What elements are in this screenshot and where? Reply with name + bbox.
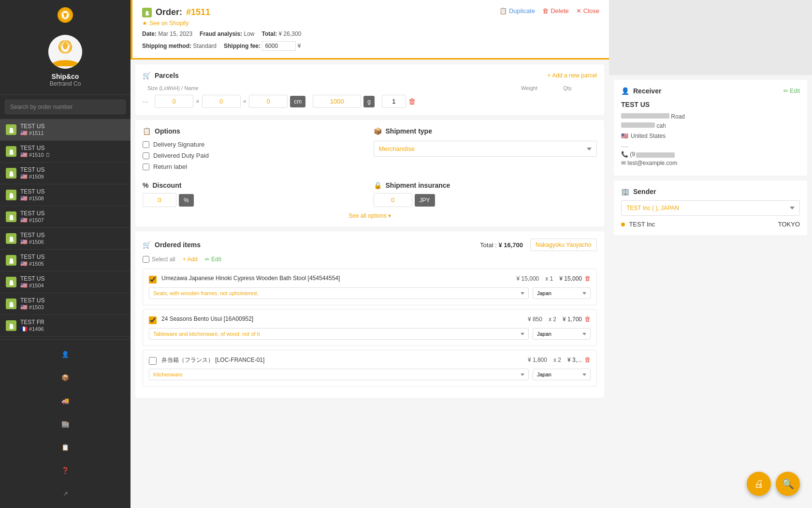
duty-paid-checkbox[interactable] — [143, 152, 149, 159]
item-checkbox-0[interactable] — [149, 276, 157, 284]
question-icon[interactable]: ❓ — [58, 463, 72, 478]
item-origin-select-0[interactable]: Japan — [533, 287, 591, 299]
header-actions: 📋 Duplicate 🗑 Delete ✕ Close — [499, 7, 599, 15]
order-item-3[interactable]: TEST US 🇺🇸 #1508 — [0, 184, 130, 206]
item-total-0: ¥ 15,000 — [559, 275, 582, 282]
delete-label: Delete — [551, 7, 569, 15]
order-number: #1511 — [186, 7, 210, 17]
shopify-link-label: See on Shopify — [149, 20, 188, 27]
order-item-4[interactable]: TEST US 🇺🇸 #1507 — [0, 206, 130, 228]
item-name-1: 24 Seasons Bento Usui [16A00952] — [161, 315, 523, 322]
duty-paid-label[interactable]: Delivered Duty Paid — [143, 152, 366, 159]
search-fab-button[interactable]: 🔍 — [776, 472, 800, 496]
order-item-0[interactable]: TEST US 🇺🇸 #1511 — [0, 119, 130, 141]
return-label-checkbox[interactable] — [143, 164, 149, 170]
edit-items-button[interactable]: ✏ Edit — [205, 256, 221, 263]
total-meta: Total: ¥ 26,300 — [261, 30, 301, 37]
insurance-input[interactable] — [374, 193, 412, 207]
shipment-type-select[interactable]: Merchandise Documents Gift Sample Other — [374, 141, 597, 157]
item-delete-1[interactable]: 🗑 — [584, 315, 591, 323]
truck-icon[interactable]: 🚚 — [58, 393, 72, 408]
list-icon[interactable]: 📋 — [58, 440, 72, 454]
sender-select[interactable]: TEST Inc ( ), JAPAN — [621, 200, 800, 216]
item-category-select-0[interactable]: Seats; with wooden frames, not upholster… — [149, 287, 529, 299]
item-category-select-1[interactable]: Tableware and kitchenware, of wood; not … — [149, 328, 529, 340]
parcels-header: 🛒 Parcels + Add a new parcel — [143, 72, 597, 79]
delete-icon: 🗑 — [542, 7, 549, 15]
search-box[interactable] — [5, 100, 126, 114]
select-all-checkbox[interactable] — [143, 256, 149, 263]
company-sub: Bertrand Co — [50, 80, 81, 87]
order-item-6[interactable]: TEST US 🇺🇸 #1505 — [0, 250, 130, 271]
content-area: Order: #1511 ★ See on Shopify Date: Mar … — [130, 0, 812, 508]
order-number-6: 🇺🇸 #1505 — [20, 260, 125, 267]
print-icon: 🖨 — [754, 478, 764, 490]
order-item-1[interactable]: TEST US 🇺🇸 #1510 🗒 — [0, 141, 130, 163]
item-origin-select-2[interactable]: Japan — [533, 369, 591, 380]
main-content: Order: #1511 ★ See on Shopify Date: Mar … — [130, 0, 812, 508]
return-label-label[interactable]: Return label — [143, 163, 366, 170]
item-origin-select-1[interactable]: Japan — [533, 328, 591, 340]
item-total-2: ¥ 3,... — [567, 357, 582, 363]
delivery-signature-label[interactable]: Delivery Signature — [143, 141, 366, 148]
bottom-options: % Discount % 🔒 Shipment insurance — [143, 181, 597, 207]
ordered-items-section: 🛒 Ordered items Total : ¥ 16,700 Nakagyo… — [135, 231, 604, 398]
see-all-button[interactable]: See all options ▾ — [348, 212, 391, 219]
search-input[interactable] — [5, 100, 126, 114]
shopify-icon-8 — [6, 299, 16, 309]
sender-info: TEST Inc TOKYO — [621, 221, 800, 228]
add-parcel-button[interactable]: + Add a new parcel — [548, 72, 597, 79]
parcel-weight-input[interactable] — [313, 95, 361, 108]
ordered-items-title: 🛒 Ordered items — [143, 241, 201, 249]
select-all-label[interactable]: Select all — [143, 256, 175, 263]
order-item-9[interactable]: TEST FR 🇫🇷 #1496 — [0, 315, 130, 337]
insurance-col: 🔒 Shipment insurance JPY — [374, 181, 597, 207]
item-qty-1: x 2 — [549, 316, 556, 323]
add-item-button[interactable]: + Add — [183, 256, 198, 263]
shipment-type-col: 📦 Shipment type Merchandise Documents Gi… — [374, 127, 597, 174]
company-header: Ship&co Bertrand Co — [0, 25, 130, 95]
receiver-address: Road cah — [621, 112, 800, 131]
users-icon[interactable]: 👤 — [58, 347, 72, 361]
order-name-6: TEST US — [20, 254, 125, 260]
order-item-2[interactable]: TEST US 🇺🇸 #1509 — [0, 163, 130, 184]
receiver-edit-button[interactable]: ✏ Edit — [783, 88, 800, 94]
parcel-delete-button[interactable]: 🗑 — [408, 97, 416, 106]
insurance-title: 🔒 Shipment insurance — [374, 181, 597, 189]
store-icon[interactable]: 🏬 — [58, 417, 72, 431]
delete-button[interactable]: 🗑 Delete — [542, 7, 569, 15]
item-category-select-2[interactable]: Kitchenware — [149, 369, 529, 380]
see-on-shopify-link[interactable]: ★ See on Shopify — [142, 20, 301, 27]
order-panel: Order: #1511 ★ See on Shopify Date: Mar … — [130, 0, 609, 508]
item-delete-0[interactable]: 🗑 — [584, 275, 591, 282]
print-fab-button[interactable]: 🖨 — [747, 472, 771, 496]
percent-button[interactable]: % — [179, 194, 194, 207]
parcel-dim2-input[interactable] — [202, 95, 241, 108]
parcel-qty-input[interactable] — [382, 95, 406, 108]
parcel-row-0: ··· × × cm g 🗑 — [143, 95, 597, 108]
parcel-dim1-input[interactable] — [155, 95, 193, 108]
box-icon[interactable]: 📦 — [58, 370, 72, 385]
order-header-left: Order: #1511 ★ See on Shopify Date: Mar … — [142, 7, 301, 51]
parcel-dim3-input[interactable] — [249, 95, 288, 108]
item-pricing-2: ¥ 1,800 x 2 ¥ 3,... 🗑 — [528, 356, 591, 363]
delivery-signature-checkbox[interactable] — [143, 141, 149, 148]
close-label: Close — [583, 7, 599, 15]
close-button[interactable]: ✕ Close — [576, 7, 599, 15]
items-filter-select[interactable]: Nakagyoku Yaoyacho — [530, 239, 597, 251]
receiver-header: 👤 Receiver ✏ Edit — [621, 87, 800, 95]
discount-input[interactable] — [143, 193, 176, 207]
see-all-row: See all options ▾ — [143, 212, 597, 219]
currency-button[interactable]: JPY — [415, 194, 435, 207]
duplicate-button[interactable]: 📋 Duplicate — [499, 7, 535, 15]
items-actions-row: Select all + Add ✏ Edit — [143, 256, 597, 263]
export-icon[interactable]: ↗ — [58, 486, 72, 501]
duplicate-icon: 📋 — [499, 7, 507, 15]
order-item-5[interactable]: TEST US 🇺🇸 #1506 — [0, 228, 130, 250]
order-item-8[interactable]: TEST US 🇺🇸 #1503 — [0, 293, 130, 315]
item-checkbox-1[interactable] — [149, 316, 157, 324]
order-item-7[interactable]: TEST US 🇺🇸 #1504 — [0, 271, 130, 293]
shipping-fee-input[interactable] — [262, 41, 296, 51]
item-delete-2[interactable]: 🗑 — [584, 356, 591, 363]
item-checkbox-2[interactable] — [149, 357, 157, 365]
